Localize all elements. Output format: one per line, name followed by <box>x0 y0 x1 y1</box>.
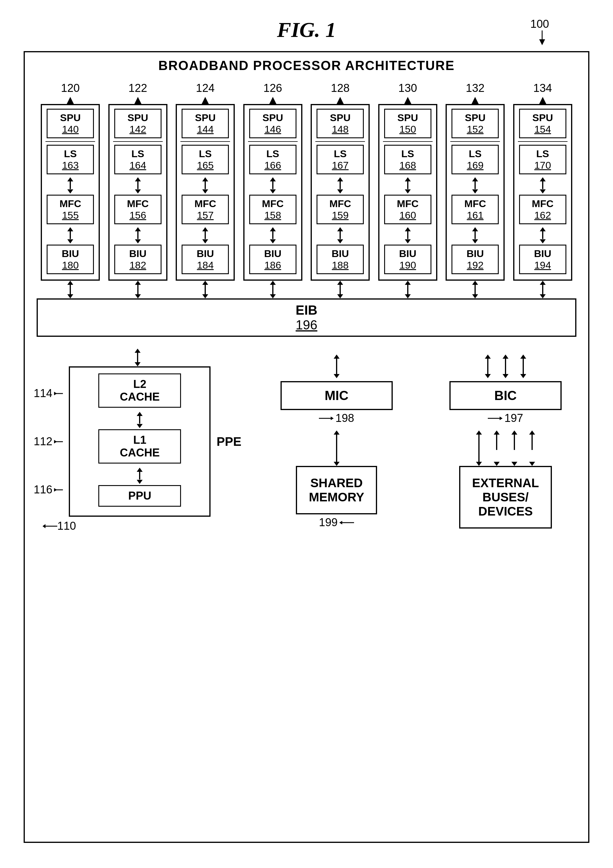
eib-label: EIB <box>296 303 317 318</box>
svg-rect-40 <box>272 285 273 294</box>
bic-box: BIC <box>449 381 562 410</box>
svg-marker-109 <box>485 355 491 359</box>
ppe-ref-110: 110 <box>57 520 76 532</box>
shared-memory-box: SHARED MEMORY <box>296 466 377 515</box>
svg-marker-104 <box>334 431 340 435</box>
svg-rect-20 <box>137 285 138 294</box>
svg-marker-56 <box>405 227 411 231</box>
svg-rect-17 <box>137 231 138 239</box>
svg-rect-14 <box>137 181 138 189</box>
svg-rect-67 <box>475 231 476 239</box>
svg-marker-8 <box>67 239 73 243</box>
external-buses-box: EXTERNAL BUSES/ DEVICES <box>459 466 552 529</box>
ppu-box: PPU <box>98 485 181 507</box>
svg-marker-99 <box>334 355 340 359</box>
svg-rect-130 <box>531 435 533 450</box>
spu-unit-2: 122 SPU 142 LS 164 <box>107 82 169 298</box>
svg-rect-54 <box>407 181 409 189</box>
svg-marker-45 <box>337 189 343 194</box>
spu-unit-4: 126 SPU 146 LS 166 <box>242 82 304 298</box>
svg-marker-53 <box>405 177 411 181</box>
svg-marker-18 <box>135 239 141 243</box>
svg-rect-100 <box>336 359 337 374</box>
svg-marker-52 <box>404 97 411 104</box>
svg-marker-62 <box>472 97 479 104</box>
ref-126: 126 <box>263 82 282 95</box>
svg-marker-88 <box>54 440 57 443</box>
mic-box: MIC <box>280 381 393 410</box>
svg-rect-105 <box>336 435 337 462</box>
eib-container: EIB 196 <box>34 298 579 337</box>
svg-marker-79 <box>540 281 546 285</box>
svg-rect-124 <box>496 435 497 450</box>
svg-marker-6 <box>67 227 73 231</box>
svg-rect-95 <box>139 472 140 479</box>
svg-marker-90 <box>54 488 57 491</box>
ref-120: 120 <box>61 82 80 95</box>
svg-marker-123 <box>494 431 500 435</box>
svg-marker-126 <box>511 431 517 435</box>
svg-marker-86 <box>54 392 57 395</box>
svg-marker-82 <box>135 349 141 353</box>
svg-marker-2 <box>67 97 74 104</box>
spu-unit-3: 124 SPU 144 LS 165 <box>174 82 236 298</box>
svg-marker-1 <box>539 39 545 45</box>
svg-marker-33 <box>270 177 276 181</box>
svg-marker-48 <box>337 239 343 243</box>
ref-128: 128 <box>331 82 350 95</box>
svg-marker-26 <box>202 227 208 231</box>
svg-marker-58 <box>405 239 411 243</box>
svg-rect-83 <box>137 353 138 362</box>
svg-marker-69 <box>472 281 478 285</box>
svg-marker-125 <box>494 462 500 466</box>
svg-marker-42 <box>337 97 344 104</box>
svg-rect-80 <box>542 285 543 294</box>
svg-rect-92 <box>139 416 140 424</box>
figure-title: FIG. 1 <box>24 18 589 42</box>
svg-rect-113 <box>505 359 506 374</box>
svg-marker-36 <box>270 227 276 231</box>
svg-rect-50 <box>340 285 341 294</box>
lower-section: 114 112 116 <box>31 349 582 532</box>
page: FIG. 1 100 BROADBAND PROCESSOR ARCHITECT… <box>0 0 613 868</box>
svg-marker-119 <box>500 417 503 420</box>
ref-116: 116 <box>34 484 52 496</box>
svg-marker-3 <box>67 177 73 181</box>
ref-122: 122 <box>128 82 147 95</box>
spu-unit-5: 128 SPU 148 LS 167 <box>309 82 371 298</box>
ref-124: 124 <box>196 82 215 95</box>
mic-ref: 198 <box>336 412 354 425</box>
spu-unit-6: 130 SPU 150 LS 168 <box>377 82 439 298</box>
ppe-label: PPE <box>217 435 241 449</box>
svg-marker-96 <box>137 480 142 484</box>
eib-num: 196 <box>296 318 317 332</box>
svg-marker-28 <box>202 239 208 243</box>
svg-rect-44 <box>340 181 341 189</box>
svg-marker-71 <box>472 294 478 298</box>
ref-132: 132 <box>466 82 485 95</box>
svg-marker-98 <box>43 524 45 528</box>
svg-rect-10 <box>70 285 71 294</box>
svg-marker-11 <box>67 294 73 298</box>
l2-cache-box: L2 CACHE <box>98 374 181 408</box>
svg-marker-5 <box>67 189 73 194</box>
svg-marker-55 <box>405 189 411 194</box>
svg-rect-30 <box>204 285 206 294</box>
svg-marker-43 <box>337 177 343 181</box>
svg-marker-16 <box>135 227 141 231</box>
spu-unit-7: 132 SPU 152 LS 169 <box>444 82 506 298</box>
svg-marker-78 <box>540 239 546 243</box>
svg-rect-4 <box>70 181 71 189</box>
svg-marker-73 <box>540 177 546 181</box>
svg-rect-27 <box>204 231 206 239</box>
svg-marker-103 <box>331 417 334 420</box>
eib-bar: EIB 196 <box>37 298 576 337</box>
svg-marker-115 <box>520 355 526 359</box>
svg-marker-35 <box>270 189 276 194</box>
center-column: MIC 198 SHARED ME <box>253 349 420 529</box>
svg-marker-106 <box>334 462 340 466</box>
svg-marker-94 <box>137 468 142 472</box>
svg-marker-128 <box>511 462 517 466</box>
svg-marker-65 <box>472 189 478 194</box>
svg-marker-21 <box>135 294 141 298</box>
